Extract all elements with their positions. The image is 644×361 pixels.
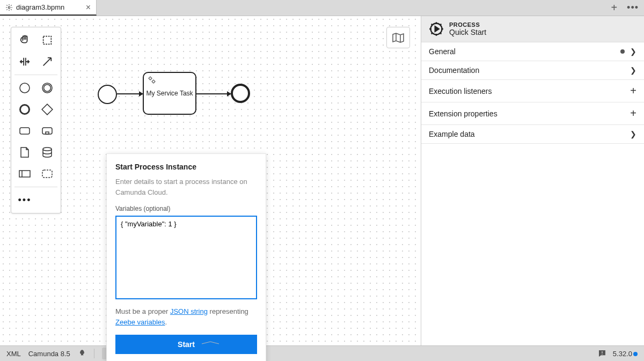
props-documentation[interactable]: Documentation ❯ [421,61,644,80]
group-tool[interactable] [37,164,57,183]
tab-bar-actions: + ••• [605,0,644,16]
tab-bar: diagram3.bpmn × + ••• [0,0,644,16]
bpmn-sequence-flow[interactable] [117,93,143,94]
tab-filename: diagram3.bpmn [16,3,64,11]
file-tab[interactable]: diagram3.bpmn × [0,0,97,16]
rocket-icon[interactable] [78,349,86,358]
more-icon[interactable]: ••• [627,2,639,13]
data-store-tool[interactable] [37,143,57,162]
subprocess-tool[interactable] [37,121,57,141]
map-icon [392,32,405,43]
properties-panel: PROCESS Quick Start General ❯ Documentat… [421,16,644,345]
props-example-data[interactable]: Example data ❯ [421,125,644,144]
version-label[interactable]: 5.32.0 [613,350,638,358]
dialog-description: Enter details to start a process instanc… [115,176,257,197]
properties-name: Quick Start [449,28,486,36]
start-button[interactable]: Start [115,335,257,354]
svg-rect-18 [602,354,602,355]
end-event-tool[interactable] [14,100,35,119]
props-execution-listeners[interactable]: Execution listeners + [421,80,644,102]
pool-tool[interactable] [14,164,35,183]
data-object-tool[interactable] [14,143,35,162]
gears-icon [147,75,157,85]
bpmn-sequence-flow[interactable] [196,93,231,94]
status-bar: XML Camunda 8.5 ✕ 0 ! 0 Variables 5.32.0 [0,345,644,361]
dialog-title: Start Process Instance [115,163,257,171]
task-label: My Service Task [146,90,193,97]
chevron-right-icon: ❯ [630,66,636,75]
panel-resize-handle[interactable] [194,340,226,345]
svg-rect-8 [42,128,52,134]
svg-rect-9 [46,132,49,134]
gear-icon [5,4,13,11]
svg-rect-17 [602,351,602,353]
props-general[interactable]: General ❯ [421,42,644,61]
svg-rect-13 [42,170,52,178]
svg-point-14 [149,77,152,80]
variables-label: Variables (optional) [115,205,257,212]
hand-tool[interactable] [14,31,35,50]
process-icon [429,21,444,36]
gateway-tool[interactable] [37,100,57,119]
update-dot-icon [633,352,638,356]
variables-hint: Must be a proper JSON string representin… [115,306,257,327]
svg-rect-11 [19,171,30,177]
platform-label[interactable]: Camunda 8.5 [28,350,70,358]
bpmn-end-event[interactable] [231,84,250,103]
intermediate-event-tool[interactable] [37,78,57,98]
new-tab-icon[interactable]: + [611,2,617,14]
properties-caption: PROCESS [449,21,486,28]
connect-tool[interactable] [37,52,57,71]
svg-rect-6 [42,104,53,115]
canvas[interactable]: ••• My Service Task Start Process Instan… [0,16,421,345]
svg-point-2 [20,83,30,93]
xml-toggle[interactable]: XML [6,350,21,358]
start-event-tool[interactable] [14,78,35,98]
svg-point-5 [20,105,30,114]
bpmn-service-task[interactable]: My Service Task [143,72,196,115]
more-tools[interactable]: ••• [14,190,35,210]
plus-icon[interactable]: + [630,107,636,120]
chevron-right-icon: ❯ [630,47,636,56]
properties-header: PROCESS Quick Start [421,16,644,42]
feedback-icon[interactable] [598,349,606,358]
chevron-right-icon: ❯ [630,130,636,138]
lasso-tool[interactable] [37,31,57,50]
svg-point-10 [43,148,52,151]
task-tool[interactable] [14,121,35,141]
svg-point-0 [8,6,10,9]
svg-rect-1 [43,36,52,45]
variables-input[interactable] [115,216,257,299]
svg-point-15 [152,80,155,83]
minimap-toggle[interactable] [386,27,410,48]
close-tab-icon[interactable]: × [86,3,91,12]
json-string-link[interactable]: JSON string [170,307,208,315]
svg-point-4 [44,85,51,92]
props-extension-properties[interactable]: Extension properties + [421,102,644,125]
plus-icon[interactable]: + [630,85,636,97]
bpmn-start-event[interactable] [98,85,117,104]
tool-palette: ••• [11,27,61,213]
space-tool[interactable] [14,52,35,71]
dot-indicator-icon [620,49,625,54]
start-instance-dialog: Start Process Instance Enter details to … [106,153,266,361]
zeebe-variables-link[interactable]: Zeebe variables [115,318,165,326]
svg-rect-7 [20,128,30,134]
